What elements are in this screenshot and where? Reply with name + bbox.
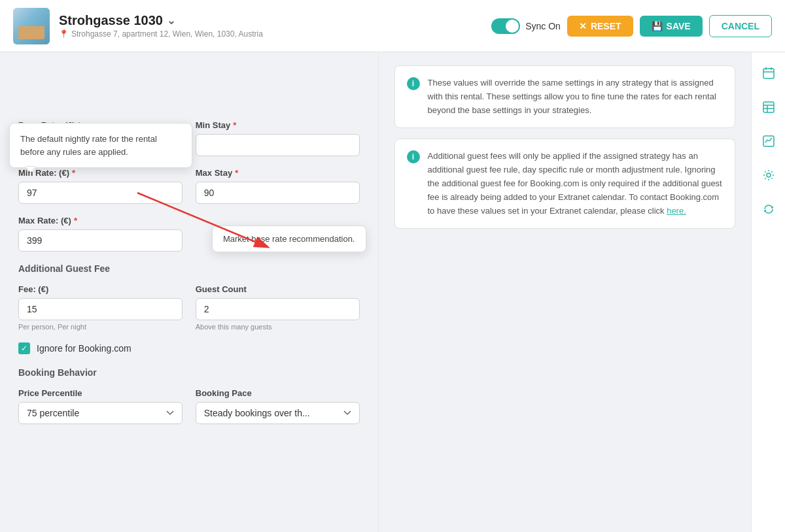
svg-line-13 (769, 138, 772, 141)
sidebar-settings-icon[interactable] (758, 165, 779, 186)
fee-input[interactable] (18, 298, 183, 320)
min-rate-group: Min Rate: (€) * (18, 168, 183, 204)
save-button[interactable]: 💾 SAVE (640, 16, 703, 37)
property-info: Strohgasse 1030 ⌄ 📍 Strohgasse 7, apartm… (59, 13, 263, 39)
sync-toggle[interactable] (491, 18, 520, 34)
booking-pace-group: Booking Pace Steady bookings over th... … (196, 388, 360, 424)
form-panel: The default nightly rate for the rental … (0, 52, 378, 532)
row-min-max: Min Rate: (€) * Max Stay * (18, 168, 360, 204)
required-indicator: * (233, 120, 236, 130)
sidebar-table-icon[interactable] (758, 97, 779, 118)
fee-hint: Per person, Per night (18, 323, 183, 331)
booking-behavior-section-label: Booking Behavior (18, 367, 360, 378)
sync-toggle-container[interactable]: Sync On (491, 18, 561, 34)
info-box-1: i These values will override the same se… (394, 65, 736, 128)
ignore-booking-label: Ignore for Booking.com (37, 343, 131, 354)
max-rate-input[interactable] (18, 229, 183, 252)
chevron-down-icon[interactable]: ⌄ (167, 14, 175, 27)
min-stay-input[interactable] (196, 134, 360, 156)
svg-rect-2 (763, 69, 774, 78)
booking-pace-label: Booking Pace (196, 388, 360, 398)
info-text-1: These values will override the same sett… (428, 76, 724, 117)
required-indicator: * (235, 168, 238, 178)
min-rate-input[interactable] (18, 182, 183, 204)
info-icon-1: i (407, 77, 420, 90)
property-thumbnail (13, 8, 50, 44)
max-stay-input[interactable] (196, 182, 360, 204)
property-address: 📍 Strohgasse 7, apartment 12, Wien, Wien… (59, 29, 263, 39)
save-icon: 💾 (652, 21, 663, 31)
price-percentile-group: Price Percentile 75 percentile 25 percen… (18, 388, 183, 424)
sidebar-calendar-icon[interactable] (758, 63, 779, 84)
price-percentile-select[interactable]: 75 percentile 25 percentile 50 percentil… (18, 402, 183, 424)
info-panel: i These values will override the same se… (379, 52, 752, 532)
fee-label: Fee: (€) (18, 284, 183, 294)
cancel-button[interactable]: CANCEL (709, 15, 772, 37)
here-link[interactable]: here. (667, 206, 686, 216)
guest-count-group: Guest Count Above this many guests (196, 284, 360, 331)
location-icon: 📍 (59, 29, 69, 39)
header-right: Sync On ✕ RESET 💾 SAVE CANCEL (491, 15, 772, 37)
price-percentile-label: Price Percentile (18, 388, 183, 398)
max-stay-label: Max Stay * (196, 168, 360, 178)
booking-pace-select[interactable]: Steady bookings over th... Fast bookings… (196, 402, 360, 424)
property-name[interactable]: Strohgasse 1030 ⌄ (59, 13, 263, 28)
header: Strohgasse 1030 ⌄ 📍 Strohgasse 7, apartm… (0, 0, 785, 52)
row-fee-count: Fee: (€) Per person, Per night Guest Cou… (18, 284, 360, 331)
svg-line-11 (765, 140, 767, 142)
min-rate-label: Min Rate: (€) * (18, 168, 183, 178)
info-box-2: i Additional guest fees will only be app… (394, 139, 736, 229)
fee-group: Fee: (€) Per person, Per night (18, 284, 183, 331)
required-indicator: * (72, 168, 75, 178)
header-left: Strohgasse 1030 ⌄ 📍 Strohgasse 7, apartm… (13, 8, 263, 44)
sync-label: Sync On (525, 21, 561, 31)
sidebar-sync-icon[interactable] (758, 199, 779, 220)
guest-count-label: Guest Count (196, 284, 360, 294)
market-rate-tooltip: Market base rate recommendation. (212, 225, 366, 252)
additional-guest-section-label: Additional Guest Fee (18, 263, 360, 274)
reset-button[interactable]: ✕ RESET (567, 16, 633, 37)
sidebar (751, 52, 785, 532)
svg-line-12 (767, 140, 769, 141)
info-text-2: Additional guest fees will only be appli… (428, 150, 724, 218)
max-rate-label: Max Rate: (€) * (18, 216, 183, 225)
guest-count-input[interactable] (196, 298, 360, 320)
base-rate-tooltip: The default nightly rate for the rental … (9, 123, 192, 168)
row-behavior: Price Percentile 75 percentile 25 percen… (18, 388, 360, 424)
required-indicator: * (74, 216, 77, 225)
x-icon: ✕ (579, 21, 587, 31)
sidebar-chart-icon[interactable] (758, 131, 779, 152)
ignore-booking-checkbox[interactable]: ✓ (18, 342, 30, 354)
main-layout: The default nightly rate for the rental … (0, 52, 785, 532)
min-stay-group: Min Stay * Market base rate recommendati… (196, 120, 360, 156)
max-stay-group: Max Stay * (196, 168, 360, 204)
max-rate-group: Max Rate: (€) * (18, 216, 183, 252)
ignore-booking-row[interactable]: ✓ Ignore for Booking.com (18, 342, 360, 354)
info-icon-2: i (407, 150, 420, 163)
svg-point-14 (767, 173, 771, 177)
svg-rect-6 (763, 102, 774, 112)
min-stay-label: Min Stay * (196, 120, 360, 130)
guest-count-hint: Above this many guests (196, 323, 360, 331)
